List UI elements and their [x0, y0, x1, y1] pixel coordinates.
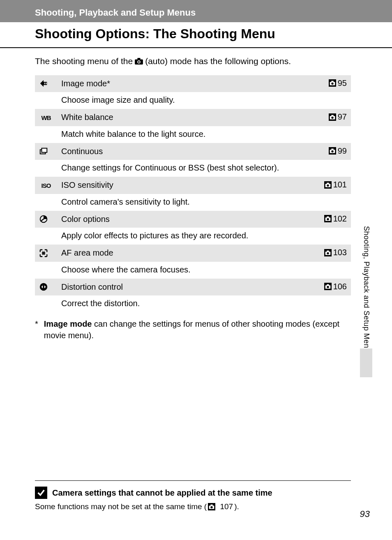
note-body: Some functions may not be set at the sam… — [35, 502, 351, 511]
distortion-icon — [35, 279, 57, 296]
color-icon — [35, 211, 57, 228]
option-label: White balance — [57, 109, 314, 126]
option-desc: Choose where the camera focuses. — [57, 262, 351, 279]
option-desc-row: Apply color effects to pictures as they … — [35, 228, 351, 245]
option-page: 99 — [338, 146, 347, 156]
option-desc-row: Match white balance to the light source. — [35, 126, 351, 143]
option-page-ref: 99 — [314, 143, 351, 160]
option-page-ref: 95 — [314, 75, 351, 92]
page-ref-icon — [208, 503, 215, 510]
option-page-ref: 102 — [314, 211, 351, 228]
option-page: 103 — [333, 248, 347, 257]
option-page: 95 — [338, 78, 347, 88]
option-desc: Correct the distortion. — [57, 295, 351, 312]
option-desc-row: Choose where the camera focuses. — [35, 262, 351, 279]
side-tab: Shooting, Playback and Setup Menus — [362, 226, 371, 356]
option-desc-row: Correct the distortion. — [35, 295, 351, 312]
option-page: 97 — [338, 112, 347, 122]
image-mode-icon — [35, 75, 57, 92]
page-number: 93 — [360, 509, 370, 519]
footnote-bold: Image mode — [44, 319, 92, 328]
option-label: Image mode* — [57, 75, 314, 92]
option-desc: Apply color effects to pictures as they … — [57, 228, 351, 245]
option-row: Distortion control 106 — [35, 279, 351, 296]
continuous-icon — [35, 143, 57, 160]
side-thumb-tab — [360, 348, 372, 377]
camera-icon — [134, 58, 143, 65]
af-area-icon — [35, 245, 57, 262]
page-ref-icon — [329, 79, 336, 87]
option-label: AF area mode — [57, 245, 314, 262]
footnote-text: Image mode can change the settings for m… — [44, 318, 351, 341]
header-band: Shooting, Playback and Setup Menus Shoot… — [0, 0, 392, 48]
option-page-ref: 103 — [314, 245, 351, 262]
page-title: Shooting Options: The Shooting Menu — [0, 22, 392, 48]
intro-before: The shooting menu of the — [35, 55, 133, 68]
note-after: ). — [234, 502, 239, 511]
option-desc: Control camera's sensitivity to light. — [57, 194, 351, 211]
wb-icon: WB — [35, 109, 57, 126]
option-row: WBWhite balance 97 — [35, 109, 351, 126]
note-before: Some functions may not be set at the sam… — [35, 502, 207, 511]
iso-icon: ISO — [35, 177, 57, 194]
option-label: Continuous — [57, 143, 314, 160]
option-row: AF area mode 103 — [35, 245, 351, 262]
option-desc: Change settings for Continuous or BSS (b… — [57, 160, 351, 177]
option-label: ISO sensitivity — [57, 177, 314, 194]
page-ref-icon — [324, 283, 332, 290]
option-page: 106 — [333, 282, 347, 291]
option-desc: Match white balance to the light source. — [57, 126, 351, 143]
option-label: Distortion control — [57, 279, 314, 296]
option-row: Continuous 99 — [35, 143, 351, 160]
option-desc-row: Control camera's sensitivity to light. — [35, 194, 351, 211]
page-ref-icon — [324, 181, 332, 189]
option-desc-row: Choose image size and quality. — [35, 92, 351, 109]
breadcrumb: Shooting, Playback and Setup Menus — [0, 7, 392, 22]
page-ref-icon — [329, 113, 336, 121]
page-ref-icon — [324, 249, 332, 256]
intro-after: (auto) mode has the following options. — [145, 55, 291, 68]
note-title: Camera settings that cannot be applied a… — [52, 488, 272, 498]
intro-text: The shooting menu of the (auto) mode has… — [35, 55, 351, 68]
option-row: Color options 102 — [35, 211, 351, 228]
page-ref-icon — [324, 215, 332, 222]
footnote-marker: * — [35, 318, 38, 341]
note-page: 107 — [220, 502, 233, 511]
note-box: Camera settings that cannot be applied a… — [35, 480, 351, 511]
option-page: 102 — [333, 214, 347, 224]
option-desc-row: Change settings for Continuous or BSS (b… — [35, 160, 351, 177]
option-row: Image mode* 95 — [35, 75, 351, 92]
page-ref-icon — [329, 147, 336, 155]
option-page-ref: 97 — [314, 109, 351, 126]
option-row: ISOISO sensitivity 101 — [35, 177, 351, 194]
option-label: Color options — [57, 211, 314, 228]
option-desc: Choose image size and quality. — [57, 92, 351, 109]
option-page-ref: 101 — [314, 177, 351, 194]
footnote: * Image mode can change the settings for… — [35, 318, 351, 341]
option-page-ref: 106 — [314, 279, 351, 296]
option-page: 101 — [333, 180, 347, 189]
check-icon — [35, 487, 47, 499]
options-table: Image mode* 95Choose image size and qual… — [35, 75, 351, 313]
